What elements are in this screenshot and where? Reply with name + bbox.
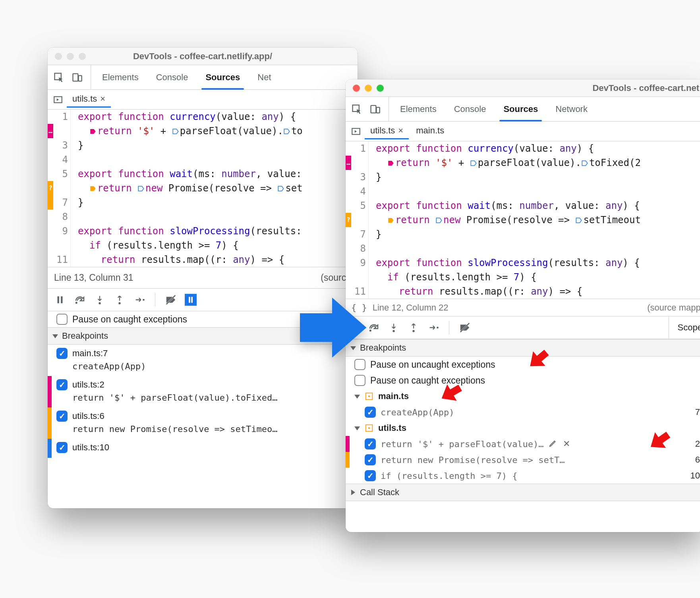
- window-controls[interactable]: [346, 85, 384, 92]
- file-tab-utils[interactable]: utils.ts ×: [365, 123, 409, 139]
- breakpoint-file-group[interactable]: main.ts: [346, 388, 700, 404]
- line-number[interactable]: 3: [48, 138, 71, 152]
- code-line[interactable]: 9export function slowProcessing(results:…: [346, 256, 700, 270]
- step-icon[interactable]: [133, 294, 145, 306]
- checkbox-icon[interactable]: [56, 411, 68, 422]
- breakpoint-item[interactable]: createApp(App)7: [346, 404, 700, 420]
- code-editor[interactable]: 1export function currency(value: any) {2…: [48, 110, 358, 267]
- line-number[interactable]: 5: [346, 199, 369, 213]
- step-over-icon[interactable]: [74, 294, 86, 306]
- code-line[interactable]: 1export function currency(value: any) {: [48, 110, 358, 124]
- line-number[interactable]: 1: [346, 141, 369, 156]
- line-number[interactable]: 7: [346, 227, 369, 241]
- line-number[interactable]: 5: [48, 167, 71, 181]
- navigator-icon[interactable]: [51, 93, 65, 107]
- file-tab-utils[interactable]: utils.ts ×: [67, 91, 111, 108]
- tab-network[interactable]: Net: [249, 65, 280, 89]
- checkbox-icon[interactable]: [365, 454, 376, 465]
- close-icon[interactable]: ×: [398, 125, 403, 136]
- inspect-element-icon[interactable]: [52, 70, 66, 85]
- tab-elements[interactable]: Elements: [93, 65, 147, 89]
- tab-scope[interactable]: Scope: [669, 316, 700, 339]
- code-line[interactable]: 6 return new Promise(resolve => set: [48, 181, 358, 195]
- code-line[interactable]: 10 if (results.length >= 7) {: [346, 270, 700, 284]
- checkbox-icon[interactable]: [354, 375, 365, 386]
- step-out-icon[interactable]: [114, 294, 126, 306]
- line-number[interactable]: 4: [346, 184, 369, 199]
- breakpoint-marker-icon[interactable]: ?: [346, 213, 351, 227]
- deactivate-breakpoints-icon[interactable]: [165, 294, 177, 306]
- line-number[interactable]: 10: [48, 238, 71, 253]
- breakpoints-header[interactable]: Breakpoints: [346, 339, 700, 357]
- checkbox-icon[interactable]: [365, 470, 376, 481]
- line-number[interactable]: 9: [346, 256, 369, 270]
- tab-console[interactable]: Console: [445, 97, 495, 121]
- line-number[interactable]: 10: [346, 270, 369, 284]
- step-out-icon[interactable]: [408, 322, 420, 334]
- close-icon[interactable]: ×: [100, 94, 105, 104]
- breakpoint-marker-icon[interactable]: …: [346, 156, 351, 170]
- breakpoint-item[interactable]: if (results.length >= 7) {10: [346, 468, 700, 484]
- code-line[interactable]: 9export function slowProcessing(results:: [48, 224, 358, 238]
- step-into-icon[interactable]: [94, 294, 106, 306]
- breakpoint-item[interactable]: utils.ts:2return '$' + parseFloat(value)…: [48, 376, 358, 407]
- step-into-icon[interactable]: [388, 322, 400, 334]
- code-line[interactable]: 8: [346, 241, 700, 256]
- pause-icon[interactable]: [54, 294, 66, 306]
- code-line[interactable]: 3}: [346, 170, 700, 184]
- line-number[interactable]: 4: [48, 152, 71, 167]
- code-line[interactable]: 7}: [346, 227, 700, 241]
- inspect-element-icon[interactable]: [350, 102, 364, 116]
- code-line[interactable]: 3}: [48, 138, 358, 152]
- callstack-header[interactable]: Call Stack: [346, 484, 700, 501]
- line-number[interactable]: 9: [48, 224, 71, 238]
- close-icon[interactable]: [55, 53, 62, 60]
- checkbox-icon[interactable]: [56, 314, 68, 325]
- checkbox-icon[interactable]: [56, 348, 68, 359]
- deactivate-breakpoints-icon[interactable]: [459, 322, 471, 334]
- close-icon[interactable]: [353, 85, 360, 92]
- breakpoint-item[interactable]: utils.ts:6return new Promise(resolve => …: [48, 407, 358, 439]
- line-number[interactable]: 3: [346, 170, 369, 184]
- step-icon[interactable]: [427, 322, 439, 334]
- line-number[interactable]: 8: [48, 210, 71, 224]
- line-number[interactable]: 11: [48, 253, 71, 267]
- code-line[interactable]: 6 return new Promise(resolve => setTimeo…: [346, 213, 700, 227]
- checkbox-icon[interactable]: [365, 407, 376, 418]
- breakpoint-marker-icon[interactable]: …: [48, 124, 53, 138]
- code-line[interactable]: 4: [346, 184, 700, 199]
- navigator-icon[interactable]: [349, 124, 363, 139]
- code-line[interactable]: 10 if (results.length >= 7) {: [48, 238, 358, 253]
- pause-on-exceptions-icon[interactable]: [185, 294, 197, 306]
- edit-icon[interactable]: [549, 439, 557, 449]
- zoom-icon[interactable]: [79, 53, 86, 60]
- disclosure-triangle-icon[interactable]: [354, 426, 360, 430]
- checkbox-icon[interactable]: [365, 438, 376, 449]
- minimize-icon[interactable]: [365, 85, 372, 92]
- line-number[interactable]: 7: [48, 195, 71, 210]
- breakpoint-item[interactable]: utils.ts:10: [48, 439, 358, 458]
- code-line[interactable]: 5export function wait(ms: number, value:…: [346, 199, 700, 213]
- minimize-icon[interactable]: [67, 53, 74, 60]
- code-line[interactable]: 1export function currency(value: any) {: [346, 141, 700, 156]
- delete-icon[interactable]: ✕: [563, 439, 570, 449]
- checkbox-icon[interactable]: [56, 442, 68, 453]
- device-toggle-icon[interactable]: [70, 70, 84, 85]
- code-line[interactable]: 5export function wait(ms: number, value:: [48, 167, 358, 181]
- code-line[interactable]: 11 return results.map((r: any) => {: [48, 253, 358, 267]
- zoom-icon[interactable]: [377, 85, 384, 92]
- code-line[interactable]: 4: [48, 152, 358, 167]
- file-tab-main[interactable]: main.ts: [410, 123, 450, 139]
- breakpoint-item[interactable]: return new Promise(resolve => setT…6: [346, 452, 700, 468]
- code-line[interactable]: 7}: [48, 195, 358, 210]
- tab-sources[interactable]: Sources: [197, 65, 249, 89]
- pause-caught-row[interactable]: Pause on caught exceptions: [346, 372, 700, 388]
- code-line[interactable]: 11 return results.map((r: any) => {: [346, 284, 700, 299]
- code-editor[interactable]: 1export function currency(value: any) {2…: [346, 141, 700, 299]
- line-number[interactable]: 8: [346, 241, 369, 256]
- tab-elements[interactable]: Elements: [391, 97, 445, 121]
- checkbox-icon[interactable]: [56, 379, 68, 390]
- code-line[interactable]: 2 return '$' + parseFloat(value).to: [48, 124, 358, 138]
- tab-console[interactable]: Console: [147, 65, 197, 89]
- breakpoint-marker-icon[interactable]: ?: [48, 181, 53, 195]
